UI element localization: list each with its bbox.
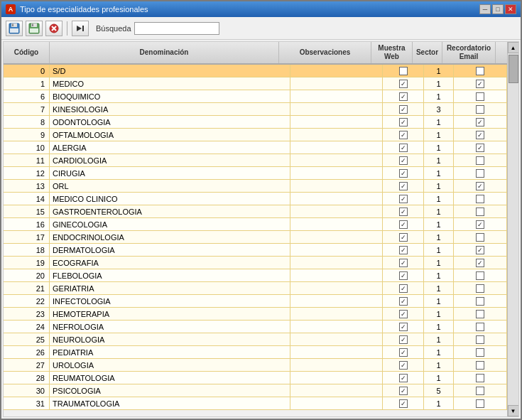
cell-muestra[interactable] [383,231,424,243]
cell-record[interactable] [454,346,507,358]
cell-record[interactable] [454,154,507,166]
table-row[interactable]: 8 ODONTOLOGIA 1 [4,116,507,129]
cell-record[interactable] [454,359,507,371]
cell-record[interactable] [454,384,507,397]
table-row[interactable]: 23 HEMOTERAPIA 1 [4,308,507,321]
cell-record[interactable] [454,397,507,409]
cell-muestra[interactable] [383,205,424,217]
record-checkbox[interactable] [476,259,484,267]
record-checkbox[interactable] [476,233,484,242]
muestra-checkbox[interactable] [399,118,408,126]
muestra-checkbox[interactable] [399,80,408,88]
record-checkbox[interactable] [476,220,484,229]
cell-muestra[interactable] [383,295,424,307]
cancel-button[interactable] [45,21,62,36]
table-row[interactable]: 6 BIOQUIMICO 1 [4,90,507,103]
cell-muestra[interactable] [383,77,424,90]
muestra-checkbox[interactable] [399,208,408,216]
cell-muestra[interactable] [383,65,424,77]
record-checkbox[interactable] [476,118,484,126]
muestra-checkbox[interactable] [399,259,408,267]
muestra-checkbox[interactable] [399,131,408,139]
cell-record[interactable] [454,295,507,307]
maximize-button[interactable]: □ [492,4,504,14]
muestra-checkbox[interactable] [399,335,408,344]
record-checkbox[interactable] [476,144,484,152]
muestra-checkbox[interactable] [399,361,408,370]
muestra-checkbox[interactable] [399,156,408,165]
cell-record[interactable] [454,116,507,128]
muestra-checkbox[interactable] [399,246,408,254]
muestra-checkbox[interactable] [399,297,408,306]
record-checkbox[interactable] [476,310,484,318]
muestra-checkbox[interactable] [399,374,408,382]
cell-muestra[interactable] [383,257,424,269]
record-checkbox[interactable] [476,195,484,203]
table-row[interactable]: 28 REUMATOLOGIA 1 [4,372,507,384]
save-button[interactable] [6,21,23,36]
cell-record[interactable] [454,65,507,77]
record-checkbox[interactable] [476,387,484,395]
muestra-checkbox[interactable] [399,233,408,242]
record-checkbox[interactable] [476,105,484,114]
muestra-checkbox[interactable] [399,310,408,318]
cell-muestra[interactable] [383,308,424,320]
cell-muestra[interactable] [383,90,424,102]
cell-muestra[interactable] [383,141,424,154]
table-row[interactable]: 19 ECOGRAFIA 1 [4,257,507,269]
muestra-checkbox[interactable] [399,271,408,280]
cell-record[interactable] [454,231,507,243]
cell-record[interactable] [454,180,507,192]
cell-muestra[interactable] [383,359,424,371]
cell-muestra[interactable] [383,180,424,192]
record-checkbox[interactable] [476,323,484,331]
cell-muestra[interactable] [383,346,424,358]
muestra-checkbox[interactable] [399,182,408,190]
save2-button[interactable] [26,21,43,36]
muestra-checkbox[interactable] [399,144,408,152]
record-checkbox[interactable] [476,67,484,75]
table-row[interactable]: 11 CARDIOLOGIA 1 [4,154,507,167]
cell-record[interactable] [454,167,507,179]
table-row[interactable]: 22 INFECTOLOGIA 1 [4,295,507,308]
muestra-checkbox[interactable] [399,399,408,408]
muestra-checkbox[interactable] [399,220,408,229]
table-row[interactable]: 26 PEDIATRIA 1 [4,346,507,359]
table-row[interactable]: 1 MEDICO 1 [4,77,507,90]
cell-muestra[interactable] [383,282,424,294]
cell-record[interactable] [454,333,507,345]
table-row[interactable]: 20 FLEBOLOGIA 1 [4,269,507,282]
cell-record[interactable] [454,257,507,269]
muestra-checkbox[interactable] [399,323,408,331]
record-checkbox[interactable] [476,297,484,306]
table-row[interactable]: 27 UROLOGIA 1 [4,359,507,372]
minimize-button[interactable]: ─ [479,4,491,14]
cell-muestra[interactable] [383,384,424,397]
cell-record[interactable] [454,103,507,115]
cell-record[interactable] [454,244,507,256]
muestra-checkbox[interactable] [399,195,408,203]
scroll-down-button[interactable]: ▼ [508,405,519,416]
cell-muestra[interactable] [383,218,424,230]
cell-record[interactable] [454,141,507,154]
record-checkbox[interactable] [476,374,484,382]
record-checkbox[interactable] [476,169,484,178]
cell-muestra[interactable] [383,321,424,333]
cell-record[interactable] [454,308,507,320]
record-checkbox[interactable] [476,131,484,139]
table-row[interactable]: 16 GINECOLOGIA 1 [4,218,507,231]
nav-last-button[interactable] [72,21,89,36]
cell-muestra[interactable] [383,193,424,205]
cell-muestra[interactable] [383,244,424,256]
cell-muestra[interactable] [383,103,424,115]
table-row[interactable]: 21 GERIATRIA 1 [4,282,507,295]
table-row[interactable]: 13 ORL 1 [4,180,507,193]
table-row[interactable]: 15 GASTROENTEROLOGIA 1 [4,205,507,218]
record-checkbox[interactable] [476,80,484,88]
muestra-checkbox[interactable] [399,284,408,293]
record-checkbox[interactable] [476,284,484,293]
cell-record[interactable] [454,90,507,102]
table-row[interactable]: 0 S/D 1 [4,65,507,77]
table-body[interactable]: 0 S/D 1 1 MEDICO 1 6 BIOQUIMICO 1 7 [4,65,507,416]
cell-muestra[interactable] [383,129,424,141]
